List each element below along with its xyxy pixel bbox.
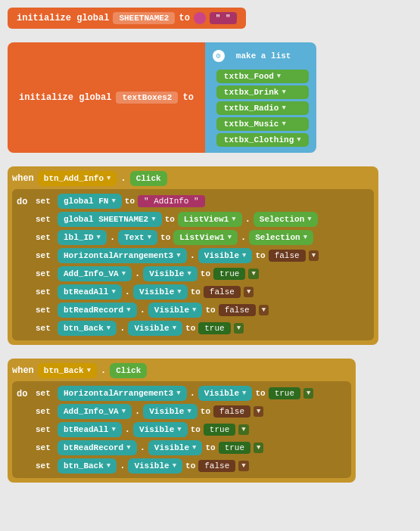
- dropdown-arrow[interactable]: ▼: [122, 408, 126, 415]
- dropdown-arrow[interactable]: ▼: [176, 390, 180, 397]
- listview1-ref2[interactable]: ListView1 ▼: [173, 230, 238, 245]
- visible-prop[interactable]: Visible ▼: [143, 404, 198, 419]
- btn-back-ref[interactable]: btn_Back ▼: [58, 321, 117, 336]
- ha3-ref[interactable]: HorizontalArrangement3 ▼: [58, 248, 187, 263]
- dropdown-arrow[interactable]: ▼: [177, 288, 181, 296]
- row-set-btnback: set btn_Back ▼ . Visible ▼ to true ▼: [36, 321, 319, 336]
- visible-prop5[interactable]: Visible ▼: [128, 321, 182, 336]
- set-kw: set: [36, 306, 54, 315]
- dropdown-arrow[interactable]: ▼: [242, 390, 246, 397]
- btn-back-ref2[interactable]: btn_Back ▼: [58, 458, 117, 474]
- dropdown-arrow[interactable]: ▼: [151, 216, 155, 223]
- make-a-list-block[interactable]: make a list: [229, 48, 299, 64]
- click-event2[interactable]: Click: [110, 363, 147, 378]
- row-set-fn: set global FN ▼ to " AddInfo ": [36, 194, 319, 209]
- false-value3: false: [219, 304, 256, 316]
- dropdown-arrow[interactable]: ▼: [254, 406, 263, 417]
- dropdown-arrow[interactable]: ▼: [307, 216, 311, 223]
- dropdown-arrow[interactable]: ▼: [122, 270, 126, 278]
- pink-icon: [194, 12, 206, 24]
- btreadrecord-ref[interactable]: btReadRecord ▼: [58, 303, 137, 318]
- dropdown-arrow[interactable]: ▼: [126, 444, 130, 452]
- set-kw: set: [36, 425, 54, 434]
- dropdown-arrow[interactable]: ▼: [173, 462, 176, 470]
- add-info-va-ref2[interactable]: Add_Info_VA ▼: [58, 404, 132, 419]
- set-kw: set: [36, 287, 54, 297]
- set-kw: set: [36, 324, 54, 333]
- dropdown-arrow[interactable]: ▼: [148, 234, 151, 241]
- dropdown-arrow[interactable]: ▼: [282, 104, 285, 112]
- dropdown-arrow[interactable]: ▼: [238, 461, 248, 471]
- btreadrecord-ref2[interactable]: btReadRecord ▼: [58, 440, 137, 455]
- dropdown-arrow[interactable]: ▼: [176, 252, 180, 259]
- dropdown-arrow[interactable]: ▼: [187, 270, 191, 278]
- dropdown-arrow[interactable]: ▼: [234, 323, 244, 334]
- dropdown-arrow[interactable]: ▼: [111, 197, 115, 205]
- visible-prop[interactable]: Visible ▼: [198, 248, 253, 263]
- listview1-ref[interactable]: ListView1 ▼: [178, 212, 242, 227]
- text-prop[interactable]: Text ▼: [118, 230, 157, 245]
- dropdown-arrow[interactable]: ▼: [242, 252, 246, 259]
- dropdown-arrow[interactable]: ▼: [297, 136, 300, 144]
- list-item-drink[interactable]: txtbx_Drink ▼: [216, 85, 309, 99]
- list-item-radio[interactable]: txtbx_Radio ▼: [216, 101, 309, 115]
- selection-prop2[interactable]: Selection ▼: [249, 230, 313, 245]
- visible-prop[interactable]: Visible ▼: [128, 458, 182, 474]
- global-sheetname2[interactable]: global SHEETNAME2 ▼: [58, 212, 162, 227]
- btn-back-component[interactable]: btn_Back ▼: [38, 363, 97, 378]
- dropdown-arrow[interactable]: ▼: [87, 367, 91, 374]
- dropdown-arrow[interactable]: ▼: [254, 442, 263, 453]
- dropdown-arrow[interactable]: ▼: [126, 306, 130, 314]
- dropdown-arrow[interactable]: ▼: [107, 175, 110, 182]
- dropdown-arrow[interactable]: ▼: [282, 88, 285, 96]
- global-fn[interactable]: global FN ▼: [58, 194, 122, 209]
- init-sheetname2[interactable]: initialize global SHEETNAME2 to " ": [8, 8, 246, 29]
- lbl-id-ref[interactable]: lbl_ID ▼: [58, 230, 107, 245]
- do-label2: do: [17, 386, 32, 474]
- dropdown-arrow[interactable]: ▼: [303, 234, 307, 241]
- dropdown-arrow[interactable]: ▼: [259, 305, 269, 315]
- dropdown-arrow[interactable]: ▼: [111, 426, 115, 433]
- init-textboxes2-left[interactable]: initialize global textBoxes2 to: [8, 42, 205, 153]
- add-info-va-ref[interactable]: Add_Info_VA ▼: [58, 266, 132, 281]
- dropdown-arrow[interactable]: ▼: [107, 462, 110, 470]
- dropdown-arrow[interactable]: ▼: [111, 288, 115, 296]
- sheetname2-var[interactable]: SHEETNAME2: [113, 12, 175, 24]
- dropdown-arrow[interactable]: ▼: [177, 426, 181, 433]
- dropdown-arrow[interactable]: ▼: [238, 424, 248, 435]
- btn-add-info-component[interactable]: btn_Add_Info ▼: [38, 171, 117, 186]
- visible-prop[interactable]: Visible ▼: [198, 386, 253, 401]
- dropdown-arrow[interactable]: ▼: [244, 287, 254, 297]
- dropdown-arrow[interactable]: ▼: [303, 388, 313, 399]
- list-item-food[interactable]: txtbx_Food ▼: [216, 70, 309, 83]
- list-item-clothing[interactable]: txtbx_Clothing ▼: [216, 133, 309, 147]
- btreadall-ref2[interactable]: btReadAll ▼: [58, 422, 122, 437]
- dropdown-arrow[interactable]: ▼: [248, 269, 258, 279]
- visible-prop2[interactable]: Visible ▼: [143, 266, 198, 281]
- dropdown-arrow[interactable]: ▼: [309, 250, 319, 261]
- dropdown-arrow[interactable]: ▼: [192, 306, 196, 314]
- visible-prop[interactable]: Visible ▼: [148, 440, 203, 455]
- dropdown-arrow[interactable]: ▼: [232, 216, 235, 223]
- selection-prop[interactable]: Selection ▼: [254, 212, 318, 227]
- dropdown-arrow[interactable]: ▼: [107, 324, 110, 332]
- textboxes2-var[interactable]: textBoxes2: [116, 92, 178, 104]
- dropdown-arrow[interactable]: ▼: [277, 73, 281, 80]
- click-event[interactable]: Click: [130, 171, 167, 186]
- dropdown-arrow[interactable]: ▼: [187, 408, 191, 415]
- dropdown-arrow[interactable]: ▼: [282, 120, 285, 128]
- visible-prop3[interactable]: Visible ▼: [133, 284, 188, 300]
- dropdown-arrow[interactable]: ▼: [97, 234, 101, 241]
- dropdown-arrow[interactable]: ▼: [173, 324, 176, 332]
- do-label: do: [17, 194, 32, 336]
- gear-icon[interactable]: ⚙: [213, 50, 225, 62]
- dropdown-arrow[interactable]: ▼: [228, 234, 232, 241]
- to-keyword: to: [179, 13, 189, 23]
- set-kw: set: [36, 407, 54, 416]
- ha3-ref2[interactable]: HorizontalArrangement3 ▼: [58, 386, 187, 401]
- dropdown-arrow[interactable]: ▼: [192, 444, 196, 452]
- visible-prop[interactable]: Visible ▼: [133, 422, 188, 437]
- visible-prop4[interactable]: Visible ▼: [148, 303, 203, 318]
- list-item-music[interactable]: txtbx_Music ▼: [216, 117, 309, 131]
- btreadall-ref[interactable]: btReadAll ▼: [58, 284, 122, 300]
